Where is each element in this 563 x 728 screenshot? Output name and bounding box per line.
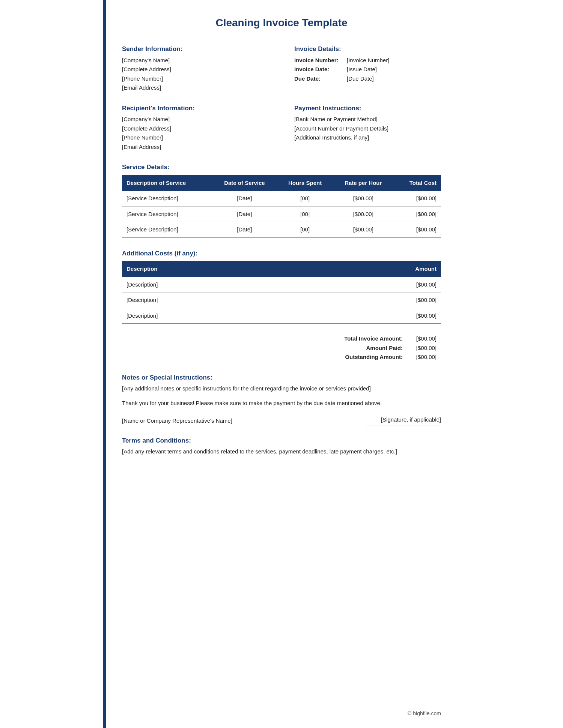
service-row3-total: [$00.00] xyxy=(394,222,441,238)
service-row1-hours: [00] xyxy=(277,191,333,206)
additional-col-amount: Amount xyxy=(304,261,441,277)
table-row: [Description] [$00.00] xyxy=(122,308,441,324)
service-col-date: Date of Service xyxy=(212,175,277,191)
service-col-total: Total Cost xyxy=(394,175,441,191)
signature-row: [Name or Company Representative's Name] … xyxy=(122,416,441,425)
amount-paid-value: [$00.00] xyxy=(410,344,437,353)
service-row1-date: [Date] xyxy=(212,191,277,206)
footer: © highfile.com xyxy=(408,710,441,717)
additional-row1-amount: [$00.00] xyxy=(304,277,441,293)
recipient-company: [Company's Name] xyxy=(122,115,269,124)
due-date-label: Due Date: xyxy=(294,75,343,83)
signature-label: [Signature, if applicable] xyxy=(366,416,441,425)
table-row: [Description] [$00.00] xyxy=(122,277,441,293)
service-row1-desc: [Service Description] xyxy=(122,191,212,206)
recipient-email: [Email Address] xyxy=(122,143,269,152)
payment-section: Payment Instructions: [Bank Name or Paym… xyxy=(294,104,441,152)
recipient-section: Recipient's Information: [Company's Name… xyxy=(122,104,269,152)
invoice-details-heading: Invoice Details: xyxy=(294,44,441,54)
service-row2-desc: [Service Description] xyxy=(122,206,212,222)
service-details-heading: Service Details: xyxy=(122,162,441,172)
table-row: [Service Description] [Date] [00] [$00.0… xyxy=(122,191,441,206)
totals-block: Total Invoice Amount: [$00.00] Amount Pa… xyxy=(122,335,441,362)
service-row3-date: [Date] xyxy=(212,222,277,238)
terms-heading: Terms and Conditions: xyxy=(122,436,441,446)
recipient-address: [Complete Address] xyxy=(122,125,269,133)
invoice-number-label: Invoice Number: xyxy=(294,56,343,65)
additional-col-description: Description xyxy=(122,261,304,277)
payment-instructions: [Additional Instructions, if any] xyxy=(294,134,441,142)
additional-row1-desc: [Description] xyxy=(122,277,304,293)
service-row2-hours: [00] xyxy=(277,206,333,222)
service-col-rate: Rate per Hour xyxy=(333,175,394,191)
amount-paid-row: Amount Paid: [$00.00] xyxy=(316,344,437,353)
service-row2-total: [$00.00] xyxy=(394,206,441,222)
payment-bank: [Bank Name or Payment Method] xyxy=(294,115,441,124)
invoice-date-row: Invoice Date: [Issue Date] xyxy=(294,65,441,74)
total-invoice-label: Total Invoice Amount: xyxy=(316,335,403,343)
invoice-date-value: [Issue Date] xyxy=(347,65,377,74)
service-details-section: Service Details: Description of Service … xyxy=(122,162,441,238)
due-date-value: [Due Date] xyxy=(347,75,374,83)
invoice-details-section: Invoice Details: Invoice Number: [Invoic… xyxy=(294,44,441,93)
payment-heading: Payment Instructions: xyxy=(294,104,441,113)
additional-table-header-row: Description Amount xyxy=(122,261,441,277)
service-row1-rate: [$00.00] xyxy=(333,191,394,206)
recipient-phone: [Phone Number] xyxy=(122,134,269,142)
outstanding-label: Outstanding Amount: xyxy=(316,353,403,362)
service-table-header-row: Description of Service Date of Service H… xyxy=(122,175,441,191)
sender-heading: Sender Information: xyxy=(122,44,269,54)
invoice-number-row: Invoice Number: [Invoice Number] xyxy=(294,56,441,65)
invoice-date-label: Invoice Date: xyxy=(294,65,343,74)
additional-table: Description Amount [Description] [$00.00… xyxy=(122,261,441,324)
service-row1-total: [$00.00] xyxy=(394,191,441,206)
page-title: Cleaning Invoice Template xyxy=(122,15,441,31)
additional-row3-amount: [$00.00] xyxy=(304,308,441,324)
terms-section: Terms and Conditions: [Add any relevant … xyxy=(122,436,441,456)
total-invoice-value: [$00.00] xyxy=(410,335,437,343)
table-row: [Description] [$00.00] xyxy=(122,293,441,308)
notes-heading: Notes or Special Instructions: xyxy=(122,373,441,383)
additional-row3-desc: [Description] xyxy=(122,308,304,324)
additional-row2-desc: [Description] xyxy=(122,293,304,308)
table-row: [Service Description] [Date] [00] [$00.0… xyxy=(122,206,441,222)
outstanding-value: [$00.00] xyxy=(410,353,437,362)
notes-section: Notes or Special Instructions: [Any addi… xyxy=(122,373,441,408)
rep-name: [Name or Company Representative's Name] xyxy=(122,417,232,425)
service-row3-rate: [$00.00] xyxy=(333,222,394,238)
additional-costs-heading: Additional Costs (if any): xyxy=(122,249,441,258)
sender-section: Sender Information: [Company's Name] [Co… xyxy=(122,44,269,93)
sender-address: [Complete Address] xyxy=(122,65,269,74)
service-col-hours: Hours Spent xyxy=(277,175,333,191)
amount-paid-label: Amount Paid: xyxy=(316,344,403,353)
service-row3-hours: [00] xyxy=(277,222,333,238)
recipient-heading: Recipient's Information: xyxy=(122,104,269,113)
sender-company: [Company's Name] xyxy=(122,56,269,65)
thank-you-text: Thank you for your business! Please make… xyxy=(122,399,441,408)
additional-costs-section: Additional Costs (if any): Description A… xyxy=(122,249,441,324)
service-table: Description of Service Date of Service H… xyxy=(122,175,441,238)
sender-email: [Email Address] xyxy=(122,84,269,92)
total-invoice-row: Total Invoice Amount: [$00.00] xyxy=(316,335,437,343)
due-date-row: Due Date: [Due Date] xyxy=(294,75,441,83)
additional-row2-amount: [$00.00] xyxy=(304,293,441,308)
notes-text: [Any additional notes or specific instru… xyxy=(122,384,441,393)
service-row3-desc: [Service Description] xyxy=(122,222,212,238)
terms-text: [Add any relevant terms and conditions r… xyxy=(122,447,441,456)
service-row2-date: [Date] xyxy=(212,206,277,222)
invoice-number-value: [Invoice Number] xyxy=(347,56,389,65)
sender-phone: [Phone Number] xyxy=(122,75,269,83)
table-row: [Service Description] [Date] [00] [$00.0… xyxy=(122,222,441,238)
service-row2-rate: [$00.00] xyxy=(333,206,394,222)
service-col-description: Description of Service xyxy=(122,175,212,191)
outstanding-row: Outstanding Amount: [$00.00] xyxy=(316,353,437,362)
payment-account: [Account Number or Payment Details] xyxy=(294,125,441,133)
